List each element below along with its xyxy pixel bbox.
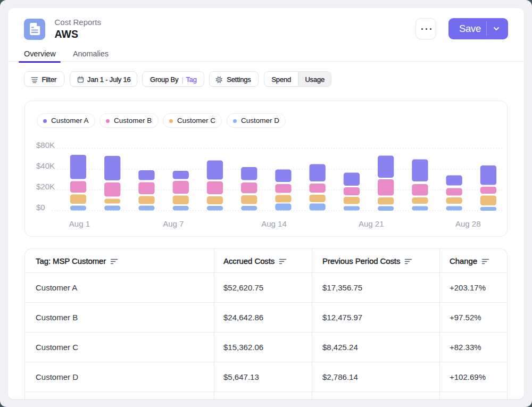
svg-text:Aug 21: Aug 21 — [359, 219, 384, 228]
svg-text:Aug 7: Aug 7 — [163, 219, 184, 228]
svg-text:$80K: $80K — [36, 140, 55, 149]
svg-text:$40K: $40K — [36, 161, 55, 170]
svg-text:Aug 28: Aug 28 — [455, 219, 481, 228]
svg-text:$20K: $20K — [36, 182, 55, 191]
svg-text:Aug 14: Aug 14 — [261, 219, 287, 228]
svg-text:$0: $0 — [36, 203, 45, 212]
svg-text:Aug 1: Aug 1 — [69, 219, 90, 228]
